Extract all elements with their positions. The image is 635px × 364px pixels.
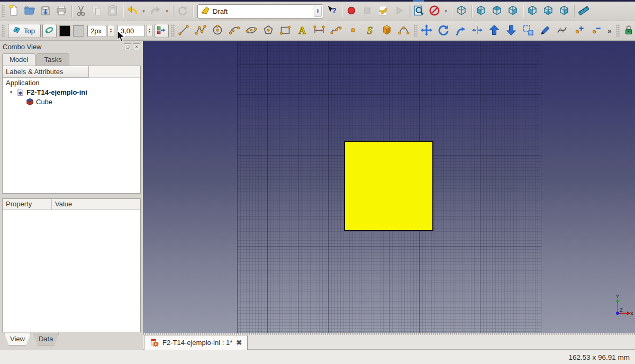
toggle-continue-mode-button[interactable]: [42, 24, 57, 38]
draft-scale-button[interactable]: [521, 23, 536, 39]
save-document-button[interactable]: [38, 4, 53, 19]
draft-rectangle-button[interactable]: [278, 23, 293, 39]
working-plane-label: Top: [24, 27, 35, 35]
toolbar-separator: [523, 5, 524, 17]
property-list-empty[interactable]: [3, 210, 140, 332]
toolbar-drag-handle[interactable]: [2, 24, 5, 37]
draft-text-button[interactable]: A: [295, 23, 310, 39]
draft-rotate-button[interactable]: [436, 23, 451, 39]
draft-delpoint-button[interactable]: [588, 23, 604, 39]
autogroup-button[interactable]: [155, 24, 169, 38]
cut-button[interactable]: [73, 4, 88, 19]
snap-lock-button[interactable]: [621, 23, 635, 39]
view-bottom-button[interactable]: [540, 4, 556, 19]
view-right-button[interactable]: [505, 4, 520, 19]
draft-circle-button[interactable]: [210, 23, 225, 39]
tab-model[interactable]: Model: [2, 53, 35, 66]
working-plane-button[interactable]: Top: [8, 24, 41, 38]
line-width-spinbox-arrows[interactable]: ▲▼: [107, 25, 114, 37]
undo-history-dropdown[interactable]: ▾: [140, 4, 147, 19]
panel-splitter[interactable]: [0, 194, 143, 198]
new-document-button[interactable]: [6, 4, 21, 19]
cube-label: Cube: [36, 98, 52, 106]
redo-button[interactable]: [148, 4, 163, 19]
draft-trimex-button[interactable]: [470, 23, 485, 39]
value-column-header[interactable]: Value: [52, 199, 75, 210]
tree-column-header[interactable]: Labels & Attributes: [3, 66, 89, 78]
draft-wire2bspline-button[interactable]: [555, 23, 570, 39]
macro-edit-button[interactable]: [375, 4, 391, 19]
view-left-button[interactable]: [556, 4, 572, 19]
draft-edit-button[interactable]: [538, 23, 553, 39]
tree-item-cube[interactable]: Cube: [3, 97, 140, 106]
draw-style-button[interactable]: [427, 4, 442, 19]
document-tab[interactable]: F2-T14-ejemplo-ini : 1* ✖: [144, 335, 248, 350]
line-color-swatch[interactable]: [59, 25, 70, 37]
autogroup-icon: [156, 25, 167, 37]
line-width-spinbox-value[interactable]: 2px: [87, 25, 106, 37]
3d-viewport[interactable]: Y X Z: [143, 41, 635, 333]
whats-this-button[interactable]: ?: [324, 4, 339, 19]
macro-record-button[interactable]: [343, 4, 359, 19]
tab-tasks[interactable]: Tasks: [37, 53, 69, 66]
draft-facebinder-button[interactable]: [379, 23, 395, 39]
draft-offset-icon: [454, 24, 467, 38]
view-rear-button[interactable]: [524, 4, 540, 19]
view-front-button[interactable]: [473, 4, 488, 19]
draft-upgrade-icon: [488, 24, 501, 38]
draft-bspline-button[interactable]: [329, 23, 344, 39]
draft-polygon-button[interactable]: [261, 23, 276, 39]
draft-move-button[interactable]: [419, 23, 434, 39]
copy-button[interactable]: [89, 4, 104, 19]
measure-distance-button[interactable]: [576, 4, 591, 19]
workbench-selector[interactable]: Draft▲▼: [197, 4, 323, 19]
open-document-button[interactable]: [22, 4, 37, 19]
toolbar-drag-handle[interactable]: [414, 24, 418, 37]
toolbar-drag-handle[interactable]: [171, 24, 175, 37]
redo-history-dropdown[interactable]: ▾: [164, 4, 170, 19]
tree-item-application[interactable]: Application: [3, 78, 140, 87]
cube-icon: [26, 98, 34, 106]
font-size-spinbox-arrows[interactable]: ▲▼: [146, 25, 153, 37]
draft-addpoint-button[interactable]: [572, 23, 587, 39]
draft-upgrade-button[interactable]: [487, 23, 502, 39]
draft-point-button[interactable]: [346, 23, 361, 39]
panel-close-button[interactable]: ✕: [133, 43, 140, 50]
draft-dimension-button[interactable]: [312, 23, 327, 39]
toolbar-drag-handle[interactable]: [616, 24, 620, 37]
print-button[interactable]: [53, 4, 69, 19]
workbench-selector-spinner[interactable]: ▲▼: [314, 6, 322, 17]
macro-edit-icon: [377, 4, 389, 19]
measure-distance-icon: [577, 4, 590, 19]
property-column-header[interactable]: Property: [3, 199, 52, 210]
draft-line-button[interactable]: [176, 23, 192, 39]
paste-button[interactable]: [105, 4, 120, 19]
draft-ellipse-button[interactable]: [244, 23, 259, 39]
tab-view-properties[interactable]: View: [4, 333, 31, 345]
macro-play-button[interactable]: [391, 4, 406, 19]
modify-toolbar-overflow[interactable]: »: [605, 23, 614, 39]
draft-shapestring-button[interactable]: S: [362, 23, 378, 39]
tree-item-document[interactable]: ▼ F2-T14-ejemplo-ini: [3, 87, 140, 97]
view-axonometric-button[interactable]: [453, 4, 469, 19]
tab-data-properties[interactable]: Data: [33, 333, 59, 345]
draft-wire-button[interactable]: [193, 23, 208, 39]
refresh-button[interactable]: [175, 4, 190, 19]
tab-close-icon[interactable]: ✖: [236, 339, 242, 347]
draft-arc-button[interactable]: [227, 23, 242, 39]
mouse-cursor: [116, 30, 125, 43]
zoom-fit-all-button[interactable]: [411, 4, 426, 19]
draft-downgrade-button[interactable]: [504, 23, 519, 39]
undo-button[interactable]: [124, 4, 140, 19]
toolbar-separator: [193, 5, 194, 17]
draft-bezier-button[interactable]: [396, 23, 412, 39]
draft-rectangle-object[interactable]: [344, 141, 433, 231]
view-top-button[interactable]: [489, 4, 504, 19]
toolbar-drag-handle[interactable]: [2, 5, 5, 17]
draft-offset-button[interactable]: [453, 23, 468, 39]
expander-icon[interactable]: ▼: [9, 90, 15, 95]
draw-style-dropdown[interactable]: ▾: [442, 4, 449, 19]
face-color-swatch[interactable]: [73, 25, 84, 37]
panel-float-button[interactable]: ❏: [124, 43, 131, 50]
macro-stop-button[interactable]: [359, 4, 375, 19]
